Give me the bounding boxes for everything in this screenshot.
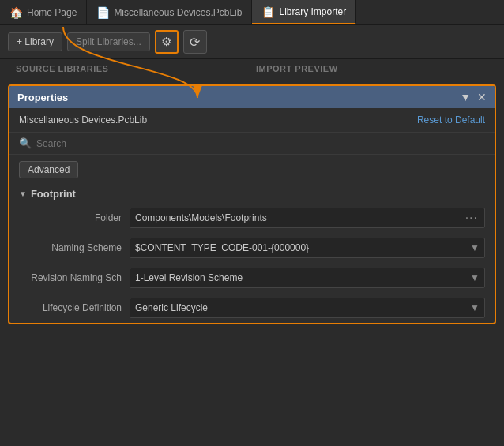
naming-scheme-select[interactable]: $CONTENT_TYPE_CODE-001-{000000} ▼ <box>130 238 485 258</box>
search-input[interactable] <box>36 138 485 149</box>
panel-pin-button[interactable]: ▼ <box>460 91 471 103</box>
panel-close-button[interactable]: ✕ <box>477 91 487 103</box>
toolbar: + Library Split Libraries... ⚙ ⟳ <box>0 25 504 59</box>
misc-icon: 📄 <box>96 6 110 19</box>
split-libraries-button[interactable]: Split Libraries... <box>67 32 150 51</box>
reset-to-default-link[interactable]: Reset to Default <box>417 114 485 126</box>
importer-icon: 📋 <box>261 6 275 18</box>
lifecycle-row: Lifecycle Definition Generic Lifecycle ▼ <box>9 293 495 323</box>
refresh-icon: ⟳ <box>190 35 200 50</box>
naming-scheme-row: Naming Scheme $CONTENT_TYPE_CODE-001-{00… <box>9 233 495 263</box>
lifecycle-select[interactable]: Generic Lifecycle ▼ <box>130 298 485 318</box>
library-name: Miscellaneous Devices.PcbLib <box>19 114 147 126</box>
gear-button[interactable]: ⚙ <box>155 30 179 54</box>
folder-browse-button[interactable]: ··· <box>464 211 480 225</box>
add-library-button[interactable]: + Library <box>8 32 62 51</box>
advanced-button-container: Advanced <box>9 155 495 185</box>
lifecycle-value: Generic Lifecycle <box>135 302 470 313</box>
collapse-triangle-icon: ▼ <box>19 189 27 198</box>
tab-home[interactable]: 🏠 Home Page <box>0 0 87 24</box>
source-libraries-label: SOURCE LIBRARIES <box>16 64 248 73</box>
split-libraries-label: Split Libraries... <box>76 36 141 47</box>
revision-naming-dropdown-icon: ▼ <box>470 272 480 283</box>
panel-header: Properties ▼ ✕ <box>9 86 495 108</box>
advanced-button[interactable]: Advanced <box>19 161 78 178</box>
revision-naming-row: Revision Naming Sch 1-Level Revision Sch… <box>9 263 495 293</box>
gear-icon: ⚙ <box>161 35 171 49</box>
naming-scheme-dropdown-icon: ▼ <box>470 242 480 253</box>
revision-naming-value: 1-Level Revision Scheme <box>135 272 470 283</box>
search-row: 🔍 <box>9 133 495 155</box>
lifecycle-dropdown-icon: ▼ <box>470 302 480 313</box>
footprint-section-header[interactable]: ▼ Footprint <box>9 185 495 203</box>
advanced-label: Advanced <box>28 164 70 175</box>
folder-row: Folder Components\Models\Footprints ··· <box>9 203 495 233</box>
refresh-button[interactable]: ⟳ <box>183 30 207 54</box>
tab-library-importer[interactable]: 📋 Library Importer <box>252 0 356 24</box>
footprint-label: Footprint <box>31 188 76 200</box>
naming-scheme-value: $CONTENT_TYPE_CODE-001-{000000} <box>135 242 470 253</box>
properties-panel: Properties ▼ ✕ Miscellaneous Devices.Pcb… <box>8 84 496 324</box>
add-library-label: + Library <box>17 36 54 47</box>
toolbar-area: + Library Split Libraries... ⚙ ⟳ <box>0 25 504 59</box>
revision-naming-select[interactable]: 1-Level Revision Scheme ▼ <box>130 268 485 288</box>
tab-library-importer-label: Library Importer <box>279 6 346 17</box>
section-labels: SOURCE LIBRARIES IMPORT PREVIEW <box>0 59 504 78</box>
naming-scheme-label: Naming Scheme <box>19 242 122 253</box>
tab-misc-devices[interactable]: 📄 Miscellaneous Devices.PcbLib <box>87 0 252 24</box>
folder-input[interactable]: Components\Models\Footprints ··· <box>130 208 485 228</box>
search-icon: 🔍 <box>19 137 32 149</box>
folder-label: Folder <box>19 212 122 223</box>
tab-misc-label: Miscellaneous Devices.PcbLib <box>114 7 242 18</box>
panel-title: Properties <box>17 92 68 103</box>
library-name-row: Miscellaneous Devices.PcbLib Reset to De… <box>9 108 495 133</box>
main-area: Properties ▼ ✕ Miscellaneous Devices.Pcb… <box>0 78 504 331</box>
revision-naming-label: Revision Naming Sch <box>19 272 122 283</box>
panel-controls: ▼ ✕ <box>460 91 487 103</box>
home-icon: 🏠 <box>9 6 23 19</box>
import-preview-label: IMPORT PREVIEW <box>256 64 488 73</box>
folder-value: Components\Models\Footprints <box>135 212 464 223</box>
tab-home-label: Home Page <box>27 7 77 18</box>
lifecycle-label: Lifecycle Definition <box>19 302 122 313</box>
tab-bar: 🏠 Home Page 📄 Miscellaneous Devices.PcbL… <box>0 0 504 25</box>
